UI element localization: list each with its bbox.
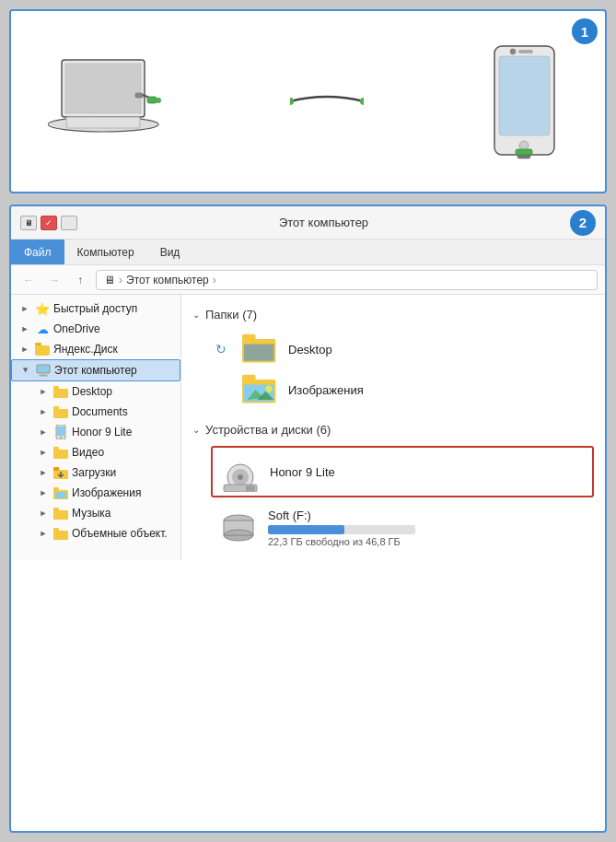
sidebar-item-desktop[interactable]: ► Desktop <box>11 381 180 402</box>
titlebar-title: Этот компьютер <box>85 216 563 229</box>
usb-cable <box>195 88 458 115</box>
menu-computer[interactable]: Компьютер <box>64 240 147 264</box>
sidebar-label-honor: Honor 9 Lite <box>72 426 175 439</box>
sidebar-label-onedrive: OneDrive <box>53 322 175 335</box>
chevron-yandex: ► <box>18 345 31 354</box>
sidebar-label-images: Изображения <box>72 486 175 499</box>
downloads-folder-icon <box>53 465 68 480</box>
tb-icon-blank <box>61 216 77 230</box>
chevron-thispc: ► <box>21 364 30 377</box>
svg-point-51 <box>265 385 272 392</box>
svg-rect-32 <box>53 447 59 450</box>
nav-back[interactable]: ← <box>18 270 39 290</box>
svg-rect-39 <box>53 510 68 520</box>
sidebar-item-quick-access[interactable]: ► ⭐ Быстрый доступ <box>11 298 180 319</box>
folders-grid: ↻ Desktop <box>192 331 594 408</box>
panel1-badge: 1 <box>572 18 598 44</box>
chevron-video: ► <box>37 448 50 457</box>
sidebar-label-thispc: Этот компьютер <box>54 364 174 377</box>
path-computer-icon: 🖥 <box>104 274 115 287</box>
svg-rect-29 <box>57 427 64 436</box>
sidebar-item-music[interactable]: ► Музыка <box>11 503 180 523</box>
laptop-icon <box>48 51 168 152</box>
menu-view[interactable]: Вид <box>147 240 193 264</box>
sidebar-item-onedrive[interactable]: ► ☁ OneDrive <box>11 319 180 339</box>
sidebar-item-yandex[interactable]: ► Яндекс.Диск <box>11 339 180 359</box>
chevron-images: ► <box>37 488 50 497</box>
sidebar-item-downloads[interactable]: ► Загрузки <box>11 462 180 483</box>
svg-rect-37 <box>53 487 59 491</box>
honor-device-info: Honor 9 Lite <box>270 465 585 479</box>
svg-rect-27 <box>53 406 59 410</box>
svg-rect-15 <box>518 50 533 53</box>
sidebar-item-video[interactable]: ► Видео <box>11 442 180 462</box>
sidebar: ► ⭐ Быстрый доступ ► ☁ OneDrive ► <box>11 295 181 560</box>
sidebar-item-thispc[interactable]: ► Этот компьютер <box>11 359 180 381</box>
phone-small-icon <box>53 425 68 439</box>
chevron-honor: ► <box>37 427 50 437</box>
addressbar: ← → ↑ 🖥 › Этот компьютер › <box>11 265 605 295</box>
svg-rect-24 <box>53 389 68 398</box>
folder-item-images[interactable]: Изображения <box>237 371 594 408</box>
sidebar-item-documents[interactable]: ► Documents <box>11 402 180 422</box>
sidebar-label-3d: Объемные объект. <box>72 527 175 540</box>
svg-rect-42 <box>53 528 59 532</box>
folder-name-desktop: Desktop <box>288 343 332 357</box>
svg-rect-38 <box>55 492 66 498</box>
sidebar-item-honor[interactable]: ► Honor 9 Lite <box>11 422 180 442</box>
3d-folder-icon <box>53 526 68 541</box>
cloud-icon: ☁ <box>35 322 50 336</box>
sidebar-label-video: Видео <box>72 446 175 459</box>
pc-icon <box>36 363 51 378</box>
desktop-folder-icon-large <box>242 334 279 364</box>
device-item-honor[interactable]: Honor 9 Lite <box>211 446 594 497</box>
folder-item-desktop[interactable]: Desktop <box>237 331 338 368</box>
menubar: Файл Компьютер Вид <box>11 240 605 265</box>
usb-connection-panel: 1 <box>9 9 607 193</box>
nav-up[interactable]: ↑ <box>70 270 90 290</box>
folders-collapse-icon: ⌄ <box>192 310 200 320</box>
svg-rect-21 <box>38 366 49 372</box>
images-folder-icon-large <box>242 375 279 404</box>
svg-rect-26 <box>53 409 68 418</box>
folders-section-header: ⌄ Папки (7) <box>192 308 594 322</box>
images-folder-icon <box>53 485 68 500</box>
svg-point-30 <box>60 437 62 439</box>
tb-icon-check: ✓ <box>41 216 57 230</box>
svg-rect-44 <box>242 334 256 341</box>
svg-rect-18 <box>35 345 50 356</box>
path-separator2: › <box>213 274 216 287</box>
explorer-panel: 🖥 ✓ Этот компьютер 2 Файл Компьютер Вид … <box>9 205 607 833</box>
svg-point-9 <box>290 98 294 105</box>
documents-folder-icon <box>53 404 68 419</box>
path-separator1: › <box>119 274 122 287</box>
honor-device-name: Honor 9 Lite <box>270 465 585 479</box>
svg-point-8 <box>156 98 161 103</box>
svg-rect-40 <box>53 508 59 511</box>
sidebar-label-quick-access: Быстрый доступ <box>53 302 175 315</box>
sidebar-item-images[interactable]: ► Изображения <box>11 483 180 503</box>
svg-rect-23 <box>39 375 48 377</box>
sidebar-label-music: Музыка <box>72 507 175 520</box>
device-item-soft[interactable]: Soft (F:) 22,3 ГБ свободно из 46,8 ГБ <box>211 503 594 553</box>
devices-collapse-icon: ⌄ <box>192 425 200 435</box>
tb-icon-monitor: 🖥 <box>20 216 37 230</box>
svg-rect-12 <box>499 56 550 135</box>
svg-rect-47 <box>242 375 256 381</box>
svg-rect-1 <box>65 64 141 113</box>
svg-rect-45 <box>244 345 274 361</box>
chevron-music: ► <box>37 509 50 518</box>
nav-forward[interactable]: → <box>44 270 64 290</box>
address-path[interactable]: 🖥 › Этот компьютер › <box>96 270 598 290</box>
soft-drive-progress-fill <box>268 525 344 534</box>
chevron-quick-access: ► <box>18 304 31 313</box>
sidebar-item-3d[interactable]: ► Объемные объект. <box>11 523 180 544</box>
sidebar-label-documents: Documents <box>72 405 175 418</box>
refresh-icon: ↻ <box>211 339 231 359</box>
chevron-onedrive: ► <box>18 324 31 333</box>
sidebar-label-yandex: Яндекс.Диск <box>53 343 175 356</box>
folder-name-images: Изображения <box>288 383 364 397</box>
menu-file[interactable]: Файл <box>11 240 64 264</box>
devices-section-header: ⌄ Устройства и диски (6) <box>192 423 594 437</box>
video-folder-icon <box>53 445 68 460</box>
